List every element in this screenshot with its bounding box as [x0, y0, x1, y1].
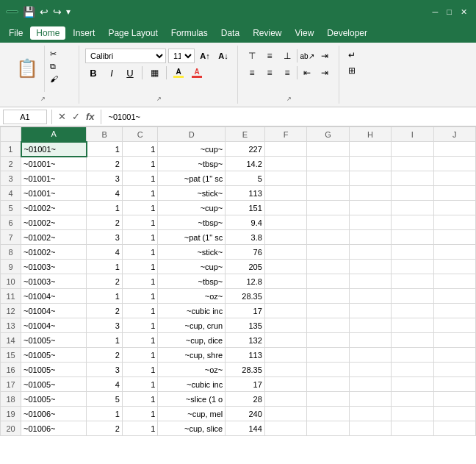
cancel-formula-icon[interactable]: ✕	[57, 111, 68, 122]
cell[interactable]	[264, 333, 306, 348]
row-header[interactable]: 19	[1, 407, 21, 421]
cell[interactable]: 1	[122, 274, 157, 289]
bottom-align-btn[interactable]: ⊥	[279, 49, 295, 63]
middle-align-btn[interactable]: ≡	[262, 49, 278, 63]
font-expand-icon[interactable]: ↗	[156, 96, 162, 102]
cell[interactable]	[433, 260, 475, 274]
cell[interactable]	[433, 318, 475, 333]
cell[interactable]: ~01004~	[21, 289, 87, 304]
cell[interactable]	[307, 348, 349, 363]
cell[interactable]	[349, 377, 391, 392]
cell[interactable]	[433, 289, 475, 304]
decrease-font-btn[interactable]: A↓	[215, 49, 231, 63]
cell[interactable]	[349, 186, 391, 201]
cell[interactable]: ~01002~	[21, 215, 87, 230]
cell[interactable]	[349, 142, 391, 157]
cell[interactable]	[433, 171, 475, 186]
bold-button[interactable]: B	[85, 65, 101, 80]
cell[interactable]	[307, 363, 349, 377]
menu-data[interactable]: Data	[215, 26, 245, 40]
cell[interactable]: 28.35	[226, 363, 265, 377]
cell[interactable]: 5	[87, 392, 122, 407]
cell[interactable]	[392, 260, 433, 274]
cell[interactable]: ~stick~	[158, 186, 226, 201]
cell[interactable]: ~01001~	[21, 157, 87, 171]
cell[interactable]	[349, 363, 391, 377]
cell[interactable]: ~01004~	[21, 304, 87, 318]
cell[interactable]	[433, 230, 475, 245]
cell[interactable]: ~01005~	[21, 377, 87, 392]
cell[interactable]	[433, 392, 475, 407]
cell[interactable]	[264, 215, 306, 230]
cell[interactable]: ~cup~	[158, 201, 226, 215]
row-header[interactable]: 9	[1, 260, 21, 274]
col-header-h[interactable]: H	[349, 127, 391, 142]
cell[interactable]: 2	[87, 274, 122, 289]
cell[interactable]	[433, 215, 475, 230]
row-header[interactable]: 18	[1, 392, 21, 407]
cell[interactable]	[392, 421, 433, 436]
top-align-btn[interactable]: ⊤	[244, 49, 260, 63]
cell[interactable]: ~cup~	[158, 142, 226, 157]
cell[interactable]	[307, 245, 349, 260]
cell[interactable]: 1	[122, 186, 157, 201]
row-header[interactable]: 1	[1, 142, 21, 157]
cell[interactable]: 1	[87, 333, 122, 348]
cell[interactable]: 1	[122, 245, 157, 260]
minimize-icon[interactable]: ─	[430, 7, 441, 16]
cell[interactable]: 2	[87, 157, 122, 171]
cell[interactable]	[349, 289, 391, 304]
col-header-c[interactable]: C	[122, 127, 157, 142]
indent-btn[interactable]: ⇥	[317, 65, 333, 80]
save-icon[interactable]: 💾	[23, 6, 35, 18]
col-header-f[interactable]: F	[264, 127, 306, 142]
cell[interactable]	[433, 363, 475, 377]
cell[interactable]: 2	[87, 348, 122, 363]
cell[interactable]	[392, 171, 433, 186]
cell[interactable]: 205	[226, 260, 265, 274]
cell[interactable]	[349, 157, 391, 171]
cell[interactable]: 1	[122, 260, 157, 274]
cell-reference-input[interactable]	[3, 110, 47, 124]
cell[interactable]: 4	[87, 245, 122, 260]
cell[interactable]: 4	[87, 186, 122, 201]
cell[interactable]: 1	[122, 392, 157, 407]
cell[interactable]: 12.8	[226, 274, 265, 289]
cell[interactable]	[264, 157, 306, 171]
cell[interactable]: ~01003~	[21, 260, 87, 274]
cell[interactable]	[433, 333, 475, 348]
cell[interactable]	[307, 201, 349, 215]
cell[interactable]: 113	[226, 186, 265, 201]
cell[interactable]: 1	[122, 289, 157, 304]
left-align-btn[interactable]: ≡	[244, 65, 260, 80]
font-name-select[interactable]: Calibri	[85, 49, 166, 63]
cell[interactable]: ~cup, shre	[158, 348, 226, 363]
cell[interactable]: 17	[226, 377, 265, 392]
cell[interactable]	[264, 392, 306, 407]
cell[interactable]: ~oz~	[158, 289, 226, 304]
clipboard-expand-icon[interactable]: ↗	[40, 96, 46, 102]
cell[interactable]	[264, 348, 306, 363]
row-header[interactable]: 6	[1, 215, 21, 230]
cell[interactable]	[264, 289, 306, 304]
cell[interactable]	[264, 142, 306, 157]
restore-icon[interactable]: □	[444, 7, 455, 16]
merge-center-button[interactable]: ⊞	[345, 64, 361, 77]
cell[interactable]	[392, 186, 433, 201]
cell[interactable]: 113	[226, 348, 265, 363]
cell[interactable]: 1	[122, 348, 157, 363]
menu-insert[interactable]: Insert	[67, 26, 101, 40]
cell[interactable]	[392, 333, 433, 348]
cell[interactable]: ~01005~	[21, 333, 87, 348]
cell[interactable]	[264, 171, 306, 186]
cell[interactable]	[392, 215, 433, 230]
menu-page-layout[interactable]: Page Layout	[102, 26, 163, 40]
italic-button[interactable]: I	[104, 65, 120, 80]
row-header[interactable]: 11	[1, 289, 21, 304]
row-header[interactable]: 16	[1, 363, 21, 377]
col-header-e[interactable]: E	[226, 127, 265, 142]
cell[interactable]	[307, 215, 349, 230]
align-expand-icon[interactable]: ↗	[286, 96, 292, 102]
cell[interactable]: ~tbsp~	[158, 215, 226, 230]
cell[interactable]: ~01001~	[21, 171, 87, 186]
